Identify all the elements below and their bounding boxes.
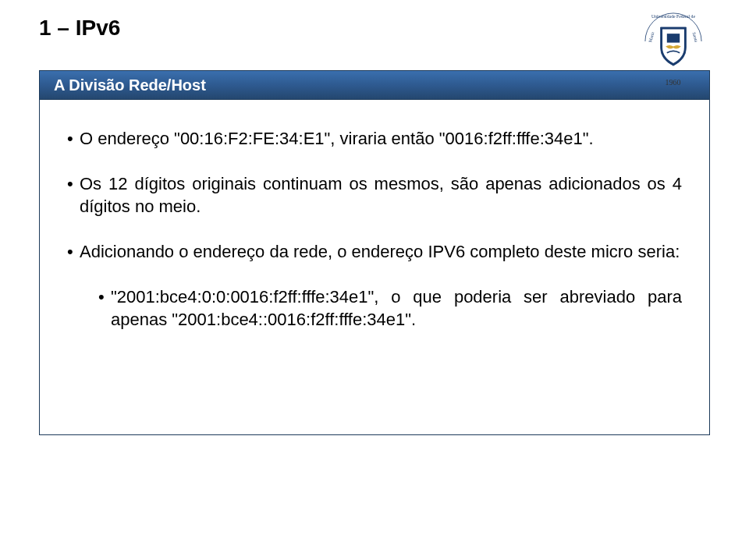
logo-year: 1960 — [636, 78, 710, 87]
slide-container: 1 – IPv6 Universidade Federal de Santa M… — [0, 0, 749, 560]
bullet-item: O endereço "00:16:F2:FE:34:E1", viraria … — [67, 127, 682, 151]
section-heading-text: A Divisão Rede/Host — [54, 76, 206, 94]
svg-text:Maria: Maria — [648, 31, 655, 43]
svg-rect-3 — [666, 34, 679, 42]
bullet-sub-item: "2001:bce4:0:0:0016:f2ff:fffe:34e1", o q… — [98, 285, 682, 331]
svg-text:Universidade Federal de: Universidade Federal de — [651, 14, 695, 19]
section-heading-bar: A Divisão Rede/Host — [39, 70, 710, 100]
svg-text:Santa: Santa — [691, 32, 698, 43]
bullet-item: Adicionando o endereço da rede, o endere… — [67, 240, 682, 264]
page-title: 1 – IPv6 — [39, 16, 710, 41]
university-logo: Universidade Federal de Santa Maria 1960 — [636, 9, 710, 83]
content-box: O endereço "00:16:F2:FE:34:E1", viraria … — [39, 100, 710, 435]
shield-logo-icon: Universidade Federal de Santa Maria — [641, 9, 705, 73]
bullet-item: Os 12 dígitos originais continuam os mes… — [67, 172, 682, 218]
